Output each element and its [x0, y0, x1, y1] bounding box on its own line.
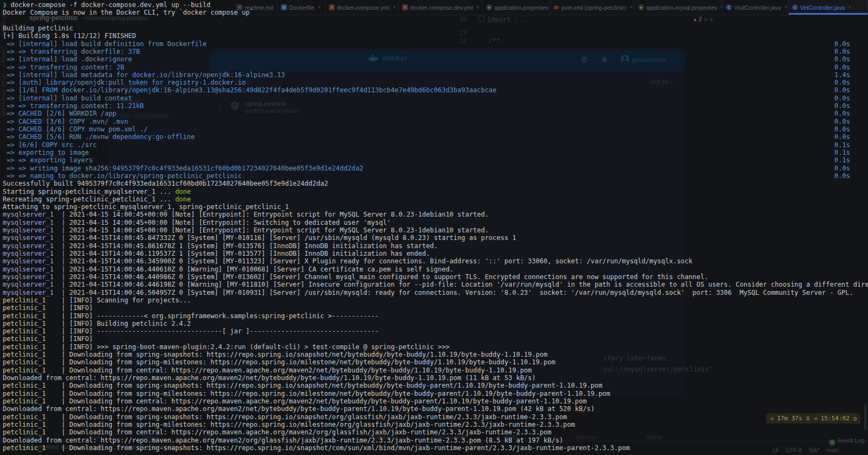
terminal-line: petclinic_1 | Downloading from central: …: [3, 397, 868, 405]
terminal-line: => => transferring context: 2B0.0s: [3, 64, 868, 71]
terminal-line: => [1/6] FROM docker.io/library/openjdk:…: [3, 86, 868, 94]
build-step-duration: 0.0s: [834, 125, 850, 133]
terminal-line: => CACHED [4/6] COPY mvnw pom.xml ./0.0s: [3, 125, 868, 133]
terminal-line: petclinic_1 | Downloading from spring-sn…: [3, 413, 868, 421]
terminal-line: => => transferring context: 11.21kB0.0s: [3, 102, 868, 110]
terminal-line: petclinic_1 | Downloading from central: …: [3, 428, 868, 436]
terminal-line: => => writing image sha256:9495379f7c0c4…: [3, 165, 868, 172]
terminal-line: mysqlserver_1 | 2021-04-15 14:00:45+00:0…: [3, 226, 868, 234]
terminal-line: => CACHED [5/6] RUN ./mvnw dependency:go…: [3, 133, 868, 141]
terminal-line: petclinic_1 | [INFO] ------------< org.s…: [3, 312, 868, 320]
terminal-line: petclinic_1 | Downloading from spring-sn…: [3, 351, 868, 358]
build-step-duration: 0.1s: [834, 156, 850, 164]
terminal-line: petclinic_1 | [INFO] -------------------…: [3, 327, 868, 335]
service-prefix: petclinic_1 |: [3, 413, 66, 421]
terminal-line: Recreating spring-petclinic_petclinic_1 …: [3, 195, 868, 203]
build-step-duration: 0.0s: [834, 102, 850, 110]
terminal-line: petclinic_1 | Downloading from spring-sn…: [3, 444, 868, 452]
terminal-line: => CACHED [3/6] COPY .mvn/ .mvn0.0s: [3, 118, 868, 125]
service-prefix: petclinic_1 |: [3, 444, 66, 452]
terminal-line: mysqlserver_1 | 2021-04-15 14:00:45+00:0…: [3, 211, 868, 218]
service-prefix: mysqlserver_1 |: [3, 289, 66, 296]
terminal-line: mysqlserver_1 | 2021-04-15T14:00:46.3459…: [3, 257, 868, 265]
screen: Project Commit Pull Requests Project spr…: [0, 0, 868, 455]
build-step-duration: 0.0s: [834, 172, 850, 180]
service-prefix: petclinic_1 |: [3, 421, 66, 428]
terminal-line: mysqlserver_1 | 2021-04-15T14:00:46.4409…: [3, 273, 868, 281]
terminal-line: petclinic_1 | [INFO]: [3, 335, 868, 343]
service-prefix: petclinic_1 |: [3, 320, 66, 327]
terminal-line: => CACHED [2/6] WORKDIR /app0.0s: [3, 110, 868, 117]
terminal-line: mysqlserver_1 | 2021-04-15T14:00:46.1195…: [3, 250, 868, 257]
service-prefix: petclinic_1 |: [3, 312, 66, 320]
service-prefix: petclinic_1 |: [3, 366, 66, 374]
terminal-line: petclinic_1 | Downloading from spring-sn…: [3, 382, 868, 389]
terminal-line: Building petclinic: [3, 24, 868, 32]
service-prefix: petclinic_1 |: [3, 296, 66, 304]
service-prefix: mysqlserver_1 |: [3, 273, 66, 281]
service-prefix: petclinic_1 |: [3, 382, 66, 389]
service-prefix: petclinic_1 |: [3, 343, 66, 351]
terminal-line: mysqlserver_1 | 2021-04-15T14:00:46.5049…: [3, 289, 868, 296]
terminal-line: petclinic_1 | [INFO] >>> spring-boot-mav…: [3, 343, 868, 351]
service-prefix: mysqlserver_1 |: [3, 211, 66, 218]
service-prefix: mysqlserver_1 |: [3, 281, 66, 288]
service-prefix: petclinic_1 |: [3, 351, 66, 358]
prompt-icon: ❯: [3, 1, 7, 9]
build-step-duration: 0.0s: [834, 40, 850, 48]
build-step-duration: 0.0s: [834, 133, 850, 141]
terminal-line: Docker Compose is now in the Docker CLI,…: [3, 9, 868, 16]
service-prefix: petclinic_1 |: [3, 335, 66, 343]
terminal-line: Successfully built 9495379f7c0c4f933eda1…: [3, 180, 868, 187]
terminal-line: petclinic_1 | Downloading from spring-mi…: [3, 358, 868, 366]
terminal-line: mysqlserver_1 | 2021-04-15T14:00:45.8616…: [3, 242, 868, 250]
service-prefix: mysqlserver_1 |: [3, 219, 66, 226]
terminal[interactable]: ❯ docker-compose -f docker-compose.dev.y…: [0, 0, 868, 455]
build-step-duration: 0.1s: [834, 141, 850, 149]
terminal-line: => exporting to image0.1s: [3, 149, 868, 156]
terminal-line: petclinic_1 | Downloading from spring-mi…: [3, 421, 868, 428]
build-step-duration: 0.0s: [834, 94, 850, 102]
terminal-line: => [internal] load build definition from…: [3, 40, 868, 48]
service-prefix: petclinic_1 |: [3, 304, 66, 312]
done-status: done: [175, 195, 191, 203]
service-prefix: petclinic_1 |: [3, 397, 66, 405]
terminal-line: mysqlserver_1 | 2021-04-15T14:00:46.4406…: [3, 266, 868, 273]
done-status: done: [175, 188, 191, 195]
service-prefix: mysqlserver_1 |: [3, 250, 66, 257]
terminal-line: => => naming to docker.io/library/spring…: [3, 172, 868, 180]
terminal-line: [3, 17, 868, 24]
terminal-line: Downloaded from central: https://repo.ma…: [3, 374, 868, 382]
terminal-line: petclinic_1 | [INFO]: [3, 304, 868, 312]
service-prefix: mysqlserver_1 |: [3, 226, 66, 234]
terminal-line: => [internal] load metadata for docker.i…: [3, 71, 868, 79]
build-step-duration: 0.0s: [834, 118, 850, 125]
service-prefix: mysqlserver_1 |: [3, 234, 66, 242]
service-prefix: mysqlserver_1 |: [3, 257, 66, 265]
build-step-duration: 0.0s: [834, 79, 850, 86]
terminal-line: => => exporting layers0.1s: [3, 156, 868, 164]
terminal-line: ❯ docker-compose -f docker-compose.dev.y…: [3, 1, 868, 9]
terminal-line: Starting spring-petclinic_mysqlserver_1 …: [3, 188, 868, 195]
service-prefix: petclinic_1 |: [3, 327, 66, 335]
terminal-line: Attaching to spring-petclinic_mysqlserve…: [3, 203, 868, 211]
build-step-duration: 0.1s: [834, 149, 850, 156]
terminal-line: mysqlserver_1 | 2021-04-15T14:00:46.4461…: [3, 281, 868, 288]
service-prefix: petclinic_1 |: [3, 390, 66, 397]
terminal-line: Downloaded from central: https://repo.ma…: [3, 437, 868, 444]
terminal-line: petclinic_1 | Downloading from central: …: [3, 366, 868, 374]
build-step-duration: 0.0s: [834, 86, 850, 94]
terminal-line: Downloaded from central: https://repo.ma…: [3, 405, 868, 413]
build-step-duration: 0.0s: [834, 110, 850, 117]
service-prefix: petclinic_1 |: [3, 358, 66, 366]
service-prefix: petclinic_1 |: [3, 428, 66, 436]
terminal-line: mysqlserver_1 | 2021-04-15 14:00:45+00:0…: [3, 219, 868, 226]
terminal-line: => [auth] library/openjdk:pull token for…: [3, 79, 868, 86]
terminal-line: petclinic_1 | [INFO] Building petclinic …: [3, 320, 868, 327]
service-prefix: mysqlserver_1 |: [3, 266, 66, 273]
terminal-line: => [6/6] COPY src ./src0.1s: [3, 141, 868, 149]
build-step-duration: 0.0s: [834, 55, 850, 63]
terminal-line: petclinic_1 | Downloading from spring-mi…: [3, 390, 868, 397]
terminal-line: => [internal] load .dockerignore0.0s: [3, 55, 868, 63]
terminal-line: => [internal] load build context0.0s: [3, 94, 868, 102]
